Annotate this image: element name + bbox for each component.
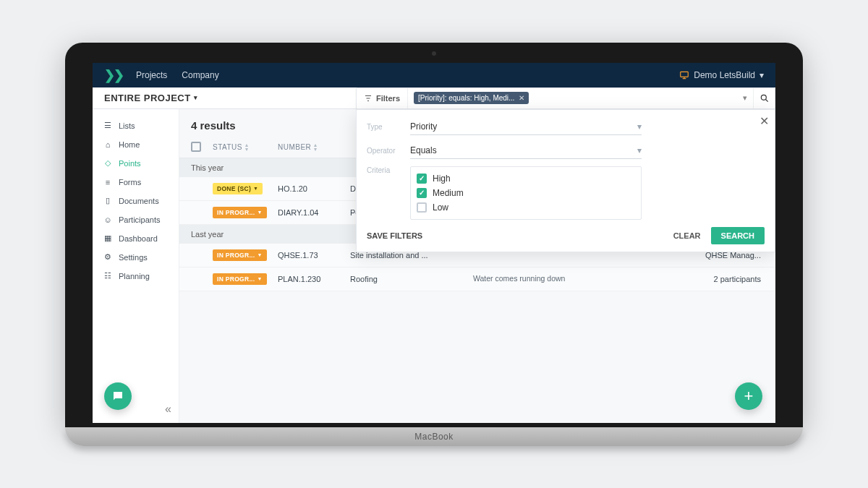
svg-rect-0 — [681, 72, 689, 77]
add-fab-button[interactable]: + — [735, 382, 762, 410]
dashboard-icon: ▦ — [103, 234, 113, 244]
chevron-down-icon: ▼ — [257, 210, 262, 215]
chevron-down-icon: ▼ — [253, 186, 258, 191]
chevron-down-icon: ▼ — [257, 252, 262, 257]
chevron-down-icon: ▾ — [194, 94, 198, 101]
filters-button[interactable]: Filters — [357, 88, 408, 108]
sort-icon: ▴▾ — [245, 143, 249, 151]
apply-search-button[interactable]: SEARCH — [711, 227, 765, 244]
document-icon: ▯ — [103, 196, 113, 206]
chevron-down-icon: ▾ — [760, 70, 764, 80]
filter-type-label: Type — [367, 123, 410, 131]
th-number[interactable]: NUMBER ▴▾ — [278, 143, 350, 151]
sidebar-item-forms[interactable]: ≡ Forms — [93, 173, 179, 192]
checkbox-checked-icon[interactable]: ✓ — [417, 174, 427, 184]
criteria-low[interactable]: Low — [417, 200, 635, 215]
chevron-down-icon: ▼ — [257, 276, 262, 281]
participants-icon: ☺ — [103, 215, 113, 225]
filter-dropdown-toggle[interactable]: ▾ — [737, 93, 753, 103]
forms-icon: ≡ — [103, 177, 113, 187]
monitor-icon — [679, 70, 689, 80]
logo-icon: ❯❯ — [104, 67, 123, 83]
nav-company[interactable]: Company — [182, 70, 218, 80]
sidebar: ☰ Lists ⌂ Home ◇ Points ≡ Forms — [93, 109, 179, 423]
status-badge[interactable]: DONE (SC)▼ — [213, 183, 263, 194]
chip-remove-icon[interactable]: ✕ — [519, 94, 524, 102]
chat-widget-button[interactable] — [104, 382, 132, 410]
sidebar-collapse-button[interactable]: « — [165, 403, 171, 416]
sidebar-item-planning[interactable]: ☷ Planning — [93, 267, 179, 286]
status-badge[interactable]: IN PROGR...▼ — [213, 273, 267, 285]
laptop-mockup: ❯❯ Projects Company Demo LetsBuild ▾ ENT… — [65, 43, 803, 446]
list-icon: ☰ — [103, 121, 113, 131]
sidebar-item-dashboard[interactable]: ▦ Dashboard — [93, 229, 179, 248]
filter-operator-label: Operator — [367, 147, 410, 155]
clear-filters-button[interactable]: CLEAR — [673, 231, 701, 240]
chevron-down-icon: ▾ — [637, 145, 642, 155]
plus-icon: + — [744, 387, 754, 406]
table-row[interactable]: IN PROGR...▼ PLAN.1.230 Roofing Water co… — [179, 267, 775, 291]
status-badge[interactable]: IN PROGR...▼ — [213, 207, 267, 218]
criteria-medium[interactable]: ✓ Medium — [417, 186, 635, 200]
search-icon — [760, 93, 770, 103]
results-count: 4 results — [191, 119, 236, 132]
filter-criteria-label: Criteria — [367, 166, 410, 174]
checkbox-unchecked-icon[interactable] — [417, 202, 427, 213]
points-icon: ◇ — [103, 158, 113, 168]
sidebar-item-home[interactable]: ⌂ Home — [93, 135, 179, 154]
sidebar-item-participants[interactable]: ☺ Participants — [93, 210, 179, 229]
sidebar-item-points[interactable]: ◇ Points — [93, 154, 179, 173]
filter-criteria-box: ✓ High ✓ Medium Low — [410, 166, 642, 220]
chevron-down-icon: ▾ — [637, 121, 642, 132]
planning-icon: ☷ — [103, 271, 113, 281]
top-navbar: ❯❯ Projects Company Demo LetsBuild ▾ — [93, 63, 775, 87]
sidebar-item-lists[interactable]: ☰ Lists — [93, 116, 179, 135]
filter-chip-priority[interactable]: [Priority]: equals: High, Medi... ✕ — [414, 92, 529, 104]
svg-point-1 — [761, 95, 766, 100]
th-status[interactable]: STATUS ▴▾ — [213, 143, 278, 151]
chat-icon — [111, 390, 124, 403]
status-badge[interactable]: IN PROGR...▼ — [213, 249, 267, 261]
filter-type-select[interactable]: Priority ▾ — [410, 119, 642, 135]
filter-panel: ✕ Type Priority ▾ Operator Equals ▾ — [356, 109, 775, 252]
select-all-checkbox[interactable] — [191, 142, 201, 152]
checkbox-checked-icon[interactable]: ✓ — [417, 188, 427, 198]
nav-user-menu[interactable]: Demo LetsBuild ▾ — [679, 70, 764, 80]
filter-toolbar: Filters [Priority]: equals: High, Medi..… — [356, 87, 775, 109]
filter-icon — [364, 94, 373, 103]
filter-operator-select[interactable]: Equals ▾ — [410, 142, 642, 159]
home-icon: ⌂ — [103, 140, 113, 150]
sidebar-item-documents[interactable]: ▯ Documents — [93, 192, 179, 210]
nav-projects[interactable]: Projects — [136, 70, 167, 80]
project-selector[interactable]: ENTIRE PROJECT ▾ — [104, 93, 197, 103]
laptop-label: MacBook — [414, 432, 454, 442]
close-icon[interactable]: ✕ — [760, 114, 769, 128]
app-screen: ❯❯ Projects Company Demo LetsBuild ▾ ENT… — [93, 63, 775, 423]
save-filters-button[interactable]: SAVE FILTERS — [367, 231, 422, 240]
sidebar-item-settings[interactable]: ⚙ Settings — [93, 248, 179, 267]
sort-icon: ▴▾ — [314, 143, 318, 151]
gear-icon: ⚙ — [103, 252, 113, 262]
search-button[interactable] — [753, 88, 775, 108]
criteria-high[interactable]: ✓ High — [417, 171, 635, 186]
